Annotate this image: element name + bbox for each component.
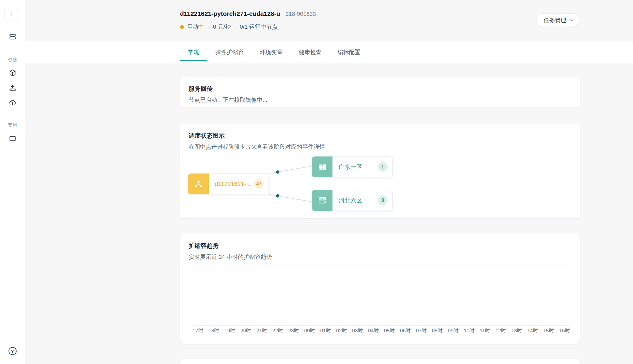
- tab-label: 环境变量: [260, 48, 283, 56]
- status-row: 启动中 · 0 元/秒 · 0/1 运行中节点: [180, 23, 277, 31]
- chevron-down-icon: [569, 18, 574, 23]
- flow-node-region-hebei[interactable]: 河北六区 0: [312, 190, 393, 211]
- sidebar-section-billing: 费用: [0, 122, 25, 128]
- tab-bar: 常规 弹性扩缩容 环境变量 健康检查 编辑配置: [25, 42, 633, 63]
- x-axis-tick: 21时: [256, 327, 267, 334]
- help-button[interactable]: ?: [8, 347, 16, 355]
- question-mark-icon: ?: [11, 348, 14, 354]
- status-price: 0 元/秒: [213, 23, 231, 31]
- sidebar: + 资源: [0, 0, 25, 364]
- package-cube-icon: [9, 69, 16, 77]
- status-nodes: 0/1 运行中节点: [240, 23, 278, 31]
- credit-card-icon: [9, 135, 16, 142]
- partial-card: [180, 359, 580, 364]
- x-axis-tick: 11时: [480, 327, 490, 334]
- x-axis-tick: 20时: [240, 327, 251, 334]
- x-axis-tick: 05时: [384, 327, 395, 334]
- x-axis-tick: 22时: [272, 327, 283, 334]
- separator: ·: [234, 24, 237, 30]
- node-label: d11221621-...: [215, 181, 251, 188]
- task-id: 318-901833: [286, 11, 316, 17]
- schedule-status-card: 调度状态图示 在图中点击进程阶段卡片来查看该阶段对应的事件详情: [180, 124, 580, 219]
- upload-tray-icon: [9, 84, 16, 92]
- task-manage-label: 任务管理: [544, 16, 566, 24]
- page: + 资源: [0, 0, 633, 364]
- gridline: [193, 280, 570, 280]
- card-subtitle: 实时展示近 24 小时的扩缩容趋势: [189, 253, 571, 261]
- x-axis-tick: 03时: [352, 327, 363, 334]
- node-count-badge: 1: [378, 162, 388, 172]
- sidebar-section-resources: 资源: [0, 57, 25, 63]
- x-axis-tick: 06时: [400, 327, 411, 334]
- create-button[interactable]: +: [4, 8, 18, 20]
- server-stack-icon: [9, 33, 16, 41]
- x-axis-tick: 04时: [368, 327, 379, 334]
- service-callback-card: 服务回传 节点已启动，正在拉取镜像中...: [180, 77, 580, 108]
- tab-general[interactable]: 常规: [180, 42, 207, 63]
- sidebar-item-cloud-compute[interactable]: [7, 96, 19, 108]
- card-title: 调度状态图示: [189, 132, 571, 140]
- status-state: 启动中: [187, 23, 204, 31]
- hub-icon: [188, 173, 209, 194]
- page-title: d11221621-pytorch271-cuda128-u: [180, 10, 280, 17]
- sidebar-item-billing[interactable]: [7, 133, 19, 145]
- x-axis-tick: 00时: [304, 327, 315, 334]
- x-axis-tick: 07时: [416, 327, 427, 334]
- x-axis-tick: 23时: [288, 327, 299, 334]
- task-manage-button[interactable]: 任务管理: [536, 13, 579, 27]
- scaling-trend-card: 扩缩容趋势 实时展示近 24 小时的扩缩容趋势 17时18时19时20时21时2…: [180, 234, 580, 344]
- tab-label: 弹性扩缩容: [215, 48, 244, 56]
- server-rack-icon: [312, 156, 332, 177]
- x-axis-tick: 01时: [320, 327, 331, 334]
- sidebar-item-upload[interactable]: [7, 82, 19, 94]
- service-message: 节点已启动，正在拉取镜像中...: [189, 96, 571, 104]
- node-label: 广东一区: [338, 163, 362, 171]
- header: d11221621-pytorch271-cuda128-u 318-90183…: [180, 10, 316, 17]
- sidebar-item-images[interactable]: [7, 67, 19, 79]
- x-axis-tick: 14时: [527, 327, 538, 334]
- card-title: 服务回传: [189, 85, 571, 93]
- x-axis-tick: 12时: [495, 327, 506, 334]
- x-axis-tick: 17时: [193, 327, 203, 334]
- flow-node-source[interactable]: d11221621-... 47: [188, 173, 269, 194]
- tab-env-vars[interactable]: 环境变量: [252, 42, 291, 63]
- tab-label: 健康检查: [299, 48, 321, 56]
- x-axis-tick: 02时: [336, 327, 347, 334]
- gridline: [193, 265, 570, 265]
- cloud-lightning-icon: [9, 99, 16, 106]
- edge-dot-icon: [276, 194, 280, 198]
- tab-label: 编辑配置: [338, 48, 360, 56]
- tabs: 常规 弹性扩缩容 环境变量 健康检查 编辑配置: [180, 42, 368, 63]
- sidebar-item-instances[interactable]: [7, 31, 19, 43]
- x-axis-tick: 13时: [511, 327, 522, 334]
- node-count-badge: 0: [378, 196, 388, 205]
- x-axis-tick: 19时: [225, 327, 235, 334]
- plus-icon: +: [9, 10, 13, 18]
- card-title: 扩缩容趋势: [189, 242, 571, 250]
- active-tab-underline: [180, 60, 207, 61]
- x-axis: 17时18时19时20时21时22时23时00时01时02时03时04时05时0…: [193, 327, 570, 334]
- edge-dot-icon: [276, 171, 280, 174]
- flow-node-region-guangdong[interactable]: 广东一区 1: [312, 156, 393, 177]
- gridline: [193, 295, 570, 295]
- x-axis-tick: 10时: [464, 327, 475, 334]
- separator: ·: [207, 24, 210, 30]
- x-axis-tick: 18时: [208, 327, 219, 334]
- gridline: [193, 310, 570, 310]
- tab-autoscaling[interactable]: 弹性扩缩容: [207, 42, 252, 63]
- x-axis-tick: 08时: [432, 327, 443, 334]
- tab-edit-config[interactable]: 编辑配置: [330, 42, 368, 63]
- tab-label: 常规: [188, 48, 199, 56]
- x-axis-line: [193, 325, 570, 325]
- x-axis-tick: 09时: [448, 327, 459, 334]
- node-count-badge: 47: [254, 179, 264, 189]
- status-dot-icon: [180, 25, 184, 29]
- node-label: 河北六区: [338, 196, 362, 205]
- tab-health-check[interactable]: 健康检查: [291, 42, 330, 63]
- card-subtitle: 在图中点击进程阶段卡片来查看该阶段对应的事件详情: [189, 143, 571, 151]
- server-rack-icon: [312, 190, 332, 211]
- x-axis-tick: 16时: [559, 327, 570, 334]
- x-axis-tick: 15时: [543, 327, 554, 334]
